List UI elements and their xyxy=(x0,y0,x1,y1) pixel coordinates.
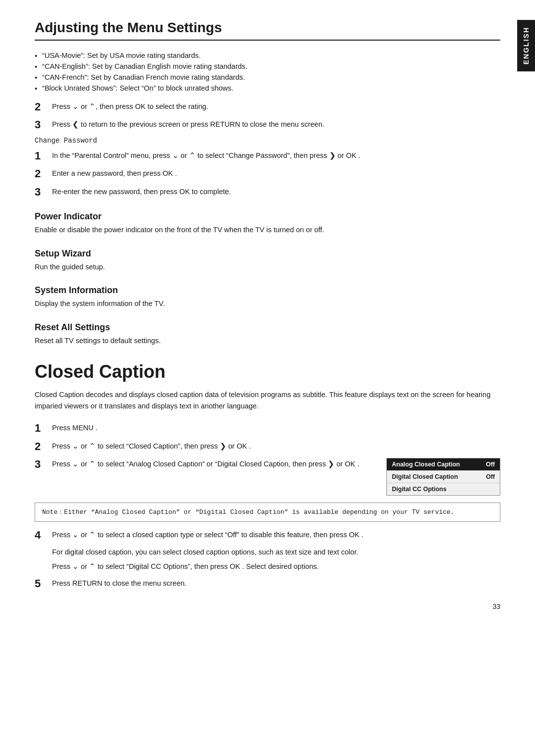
closed-caption-intro: Closed Caption decodes and displays clos… xyxy=(35,389,500,412)
step-cp-1: 1 In the “Parental Control” menu, press … xyxy=(35,150,500,162)
section-body-sysinfo: Display the system information of the TV… xyxy=(35,299,500,309)
step-cc-2: 2 Press ⌄ or ⌃ to select “Closed Caption… xyxy=(35,440,500,453)
step-cc-3-container: 3 Press ⌄ or ⌃ to select “Analog Closed … xyxy=(35,458,500,496)
step-rating-2: 2 Press ⌄ or ⌃, then press OK to select … xyxy=(35,101,500,113)
section-heading-sysinfo: System Information xyxy=(35,285,500,296)
step-rating-3: 3 Press ❮ to return to the previous scre… xyxy=(35,118,500,131)
step4-extra-2: Press ⌄ or ⌃ to select “Digital CC Optio… xyxy=(52,561,500,572)
bullet-list: “USA-Movie”: Set by USA movie rating sta… xyxy=(35,51,500,93)
section-body-reset: Reset all TV settings to default setting… xyxy=(35,336,500,347)
step-cp-2: 2 Enter a new password, then press OK . xyxy=(35,167,500,180)
list-item: “USA-Movie”: Set by USA movie rating sta… xyxy=(35,51,500,60)
section-heading-power: Power Indicator xyxy=(35,211,500,222)
step-cc-4: 4 Press ⌄ or ⌃ to select a closed captio… xyxy=(35,529,500,542)
change-password-heading: Change Password xyxy=(35,137,500,145)
page-number: 33 xyxy=(492,603,500,610)
list-item: “Block Unrated Shows”: Select “On” to bl… xyxy=(35,84,500,93)
closed-caption-title: Closed Caption xyxy=(35,361,500,382)
english-tab: ENGLISH xyxy=(517,20,535,71)
step-cc-5: 5 Press RETURN to close the menu screen. xyxy=(35,577,500,590)
menu-panel-row-analog: Analog Closed Caption Off xyxy=(387,458,500,471)
list-item: “CAN-English”: Set by Canadian English m… xyxy=(35,62,500,71)
section-body-power: Enable or disable the power indicator on… xyxy=(35,225,500,236)
list-item: “CAN-French”: Set by Canadian French mov… xyxy=(35,73,500,82)
menu-panel-container: Analog Closed Caption Off Digital Closed… xyxy=(386,458,500,496)
step-cp-3: 3 Re-enter the new password, then press … xyxy=(35,186,500,199)
menu-panel-row-digital: Digital Closed Caption Off xyxy=(387,471,500,483)
section-body-setup: Run the guided setup. xyxy=(35,262,500,273)
step-cc-3: 3 Press ⌄ or ⌃ to select “Analog Closed … xyxy=(35,458,376,471)
note-box: Note：Either “Analog Closed Caption” or “… xyxy=(35,503,500,522)
menu-panel-row-digital-cc: Digital CC Options xyxy=(387,483,500,495)
page-title: Adjusting the Menu Settings xyxy=(35,20,500,41)
section-heading-reset: Reset All Settings xyxy=(35,322,500,333)
page-container: ENGLISH Adjusting the Menu Settings “USA… xyxy=(0,0,535,625)
step4-extra-1: For digital closed caption, you can sele… xyxy=(52,547,500,558)
menu-panel: Analog Closed Caption Off Digital Closed… xyxy=(386,458,500,496)
step-cc-1: 1 Press MENU . xyxy=(35,422,500,435)
section-heading-setup: Setup Wizard xyxy=(35,249,500,259)
